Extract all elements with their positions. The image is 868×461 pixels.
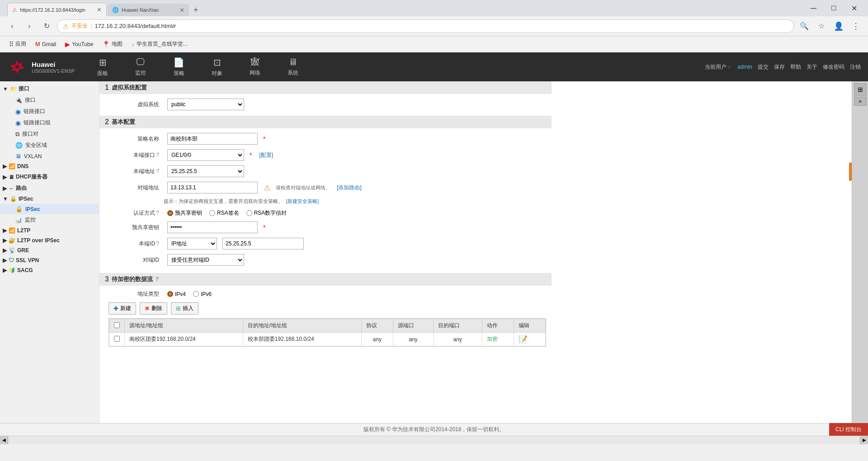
back-button[interactable]: ‹ (5, 19, 19, 33)
insert-button[interactable]: ⊞ 插入 (171, 302, 198, 315)
reload-button[interactable]: ↻ (40, 19, 53, 33)
sidebar-group-ipsec[interactable]: ▼ 🔒 IPSec (0, 194, 99, 204)
local-address-help-icon[interactable]: ? (156, 168, 159, 174)
close-button[interactable]: ✕ (844, 1, 864, 15)
sidebar-item-link-interface[interactable]: ◉ 链路接口 (0, 106, 99, 117)
menu-icon[interactable]: ⋮ (849, 19, 863, 33)
nav-object[interactable]: ⊡ 对象 (198, 52, 236, 81)
psk-input[interactable] (167, 221, 258, 233)
new-button[interactable]: ✚ 新建 (108, 302, 136, 315)
nav-panel[interactable]: ⊞ 面板 (84, 52, 122, 81)
ipsec-monitor-icon: 📊 (15, 217, 22, 223)
sidebar-item-ipsec-monitor[interactable]: 📊 监控 (0, 214, 99, 226)
nav-monitor[interactable]: 🖵 监控 (122, 52, 160, 81)
bookmark-gmail[interactable]: M Gmail (32, 39, 60, 49)
radio-rsa-enc[interactable]: RSA数字信封 (246, 209, 287, 217)
forward-button[interactable]: › (23, 19, 36, 33)
configure-link[interactable]: [配置] (259, 151, 273, 159)
bookmark-school[interactable]: ♪ 学生首页_在线学堂... (128, 38, 191, 50)
bookmark-apps[interactable]: ⠿ 应用 (5, 38, 30, 50)
psk-label: 预共享密钥 (114, 224, 159, 231)
account-icon[interactable]: 👤 (832, 19, 845, 33)
sidebar-item-ipsec[interactable]: 🔒 IPSec (0, 204, 99, 214)
bookmark-maps[interactable]: 📍 地图 (99, 38, 126, 50)
radio-ipv6[interactable]: IPv6 (193, 291, 212, 297)
radio-rsa-enc-input[interactable] (246, 210, 252, 216)
sidebar-item-link-group[interactable]: ◉ 链路接口组 (0, 117, 99, 128)
sidebar-group-route-label: 路由 (16, 184, 27, 192)
sidebar-group-l2tp-ipsec[interactable]: ▶ 🔐 L2TP over IPSec (0, 235, 99, 245)
bookmark-youtube[interactable]: ▶ YouTube (61, 39, 97, 50)
local-id-help-icon[interactable]: ? (156, 240, 159, 247)
nav-system[interactable]: 🖥 系统 (274, 52, 312, 81)
radio-ipv6-input[interactable] (193, 291, 199, 297)
radio-psk[interactable]: 预共享密钥 (167, 209, 202, 217)
local-interface-help-icon[interactable]: ? (156, 152, 159, 158)
collapse-top-btn[interactable]: ⊞ (854, 83, 867, 96)
new-policy-link[interactable]: [新建安全策略] (286, 198, 319, 204)
sidebar-group-sacg[interactable]: ▶ 🔰 SACG (0, 265, 99, 275)
nav-network[interactable]: 🕸 网络 (236, 52, 274, 81)
section3-help-icon[interactable]: ? (156, 276, 159, 282)
cli-console-button[interactable]: CLI 控制台 (829, 423, 868, 436)
search-icon[interactable]: 🔍 (797, 19, 811, 33)
remote-id-select[interactable]: 接受任意对端ID (167, 254, 244, 266)
delete-button[interactable]: ✖ 删除 (140, 302, 167, 315)
minimize-button[interactable]: ─ (803, 1, 824, 15)
select-all-checkbox[interactable] (114, 322, 120, 328)
new-tab-button[interactable]: + (189, 4, 203, 16)
sidebar-item-vxlan[interactable]: 🖥 VXLAN (0, 151, 99, 161)
sidebar-item-interface[interactable]: 🔌 接口 (0, 94, 99, 106)
scroll-left-btn[interactable]: ◀ (0, 436, 8, 444)
sidebar-group-dhcp[interactable]: ▶ 🖥 DHCP服务器 (0, 171, 99, 183)
nav-policy[interactable]: 📄 策略 (160, 52, 198, 81)
radio-rsa-sig[interactable]: RSA签名 (209, 209, 239, 217)
radio-psk-input[interactable] (167, 210, 173, 216)
collapse-arrow-btn[interactable]: » (854, 97, 867, 106)
logout-link[interactable]: 注销 (850, 63, 861, 71)
add-route-link[interactable]: [添加路由] (337, 184, 362, 192)
row-checkbox[interactable] (114, 336, 120, 342)
radio-ipv4[interactable]: IPv4 (167, 291, 186, 297)
sidebar-item-interface-pair[interactable]: ⧉ 接口对 (0, 128, 99, 140)
radio-rsa-sig-input[interactable] (209, 210, 215, 216)
local-id-value-input[interactable] (222, 238, 304, 249)
help-link[interactable]: 帮助 (790, 63, 801, 71)
sidebar-group-interface[interactable]: ▼ 📁 接口 (0, 83, 99, 94)
sidebar-group-sacg-label: SACG (17, 267, 33, 273)
tab-2[interactable]: 🌐 Huawei NanXiao ✕ (108, 4, 189, 16)
auth-method-help-icon[interactable]: ? (156, 210, 159, 216)
policy-name-input[interactable] (167, 133, 258, 145)
save-link[interactable]: 保存 (774, 63, 785, 71)
scroll-bar-area[interactable] (8, 436, 860, 444)
sidebar-group-gre[interactable]: ▶ 📡 GRE (0, 245, 99, 255)
col-checkbox (109, 319, 125, 333)
tab-1-close[interactable]: ✕ (97, 6, 102, 13)
collapse-icon-ipsec: ▼ (3, 196, 8, 202)
local-id-type-select[interactable]: IP地址 (167, 238, 217, 249)
edit-icon[interactable]: 📝 (519, 335, 528, 343)
action-encrypt-link[interactable]: 加密 (487, 336, 498, 342)
about-link[interactable]: 关于 (807, 63, 817, 71)
sidebar-group-dns[interactable]: ▶ 📶 DNS (0, 161, 99, 171)
tab-1[interactable]: ⚠ https://172.16.2.10:8443/login ✕ (7, 3, 107, 16)
maps-icon: 📍 (102, 41, 110, 48)
sidebar-group-ssl-vpn[interactable]: ▶ 🛡 SSL VPN (0, 255, 99, 265)
submit-link[interactable]: 提交 (758, 63, 769, 71)
maximize-button[interactable]: ☐ (824, 1, 844, 15)
sidebar-group-l2tp[interactable]: ▶ 📶 L2TP (0, 226, 99, 235)
change-password-link[interactable]: 修改密码 (823, 63, 844, 71)
local-address-select[interactable]: 25.25.25.5 (167, 165, 244, 177)
sidebar-group-route[interactable]: ▶ ↔ 路由 (0, 183, 99, 194)
local-interface-select[interactable]: GE1/0/0 (167, 149, 244, 161)
row-action-cell: 加密 (482, 333, 514, 346)
scroll-right-btn[interactable]: ▶ (860, 436, 868, 444)
remote-address-input[interactable] (167, 182, 258, 193)
bookmark-icon[interactable]: ☆ (815, 19, 828, 33)
sidebar-item-security-zone[interactable]: 🌐 安全区域 (0, 140, 99, 151)
tab-2-close[interactable]: ✕ (179, 7, 184, 14)
radio-ipv4-input[interactable] (167, 291, 173, 297)
tab-1-favicon: ⚠ (12, 7, 17, 13)
sidebar-item-link-group-label: 链路接口组 (24, 119, 51, 127)
virtual-system-select[interactable]: public (167, 99, 244, 110)
